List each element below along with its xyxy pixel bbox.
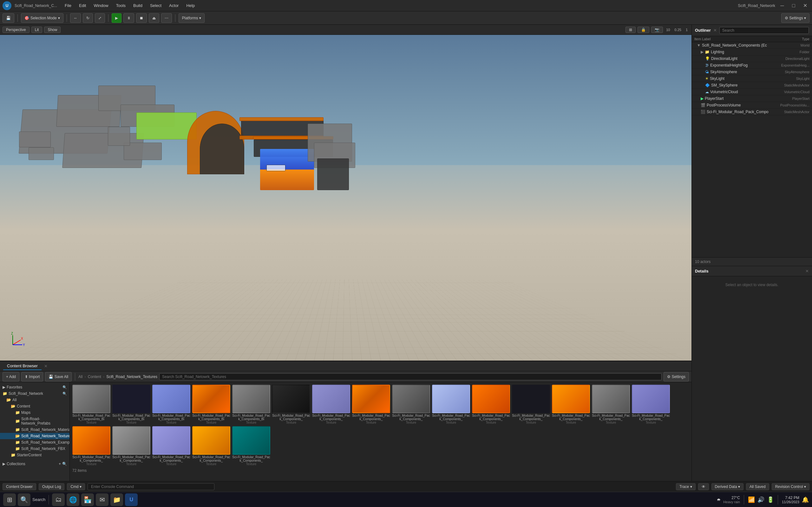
viewport-camera-btn[interactable]: 📷 xyxy=(651,26,663,33)
list-item[interactable]: Sci-Fi_Modular_Road_Pack_Components_ Tex… xyxy=(152,426,190,466)
list-item[interactable]: Sci-Fi_Modular_Road_Pack_Components_ Tex… xyxy=(192,426,230,466)
table-row[interactable]: ☀ SkyLight SkyLight xyxy=(692,75,812,82)
pause-button[interactable]: ⏸ xyxy=(123,13,134,23)
save-button[interactable]: 💾 xyxy=(3,13,14,23)
collections-section[interactable]: ▶ Collections + 🔍 xyxy=(0,461,69,467)
taskbar-mail[interactable]: ✉ xyxy=(96,493,108,506)
taskbar-files[interactable]: 📁 xyxy=(110,493,123,506)
play-button[interactable]: ▶ xyxy=(112,13,121,23)
table-row[interactable]: ☁ VolumetricCloud VolumetricCloud xyxy=(692,89,812,95)
derived-data-button[interactable]: Derived Data ▾ xyxy=(711,483,744,490)
minimize-button[interactable]: ─ xyxy=(778,1,786,10)
list-item[interactable]: Sci-Fi_Modular_Road_Pack_Components_Bi T… xyxy=(72,385,110,424)
content-drawer-button[interactable]: Content Drawer xyxy=(3,483,36,490)
textures-folder[interactable]: 📂 Scifi_Road_Netowrk_Textures xyxy=(0,433,69,439)
taskbar-ue[interactable]: U xyxy=(125,493,138,506)
perspective-button[interactable]: Perspective xyxy=(3,26,30,33)
list-item[interactable]: Sci-Fi_Modular_Road_Pack_Components_Bi T… xyxy=(192,385,230,424)
favorites-search-icon[interactable]: 🔍 xyxy=(62,385,67,389)
list-item[interactable]: Sci-Fi_Modular_Road_Pack_Components_ Tex… xyxy=(392,385,430,424)
starter-folder[interactable]: 📁 StarterContent xyxy=(0,452,69,458)
start-button[interactable]: ⊞ xyxy=(3,493,16,506)
network-icon[interactable]: 📶 xyxy=(748,496,755,503)
scale-btn[interactable]: ⤢ xyxy=(95,13,105,23)
example-folder[interactable]: 📁 Scifi_Road_Network_Example_FB xyxy=(0,439,69,446)
trace-button[interactable]: Trace ▾ xyxy=(676,483,696,490)
console-command-input[interactable] xyxy=(88,483,214,490)
taskbar-search[interactable]: 🔍 xyxy=(18,493,31,506)
details-close[interactable]: ✕ xyxy=(805,269,809,274)
transform-btn[interactable]: ↔ xyxy=(70,13,81,23)
table-row[interactable]: 💡 DirectionalLight DirectionalLight xyxy=(692,55,812,62)
list-item[interactable]: Sci-Fi_Modular_Road_Pack_Components_ Tex… xyxy=(72,426,110,466)
maximize-button[interactable]: □ xyxy=(789,1,798,10)
battery-icon[interactable]: 🔋 xyxy=(767,496,774,503)
menu-file[interactable]: File xyxy=(61,2,75,9)
eject-button[interactable]: ⏏ xyxy=(149,13,159,23)
content-browser-close[interactable]: ✕ xyxy=(44,364,48,369)
clock[interactable]: 7:42 PM 11/26/2023 xyxy=(782,496,799,504)
lit-button[interactable]: Lit xyxy=(32,26,43,33)
taskbar-widgets[interactable]: 🗂 xyxy=(52,493,65,506)
list-item[interactable]: Sci-Fi_Modular_Road_Pack_Components_ Tex… xyxy=(472,385,510,424)
menu-actor[interactable]: Actor xyxy=(165,2,183,9)
output-log-button[interactable]: Output Log xyxy=(39,483,64,490)
stop-button[interactable]: ⏹ xyxy=(136,13,147,23)
list-item[interactable]: Sci-Fi_Modular_Road_Pack_Components_Bi T… xyxy=(112,385,150,424)
table-row[interactable]: ▼ Scifi_Road_Network_Components (Ec Worl… xyxy=(692,42,812,49)
list-item[interactable]: Sci-Fi_Modular_Road_Pack_Components_ Tex… xyxy=(592,385,630,424)
viewport-snap-btn[interactable]: 🔒 xyxy=(638,26,649,33)
cmd-selector[interactable]: Cmd ▾ xyxy=(67,483,85,490)
breadcrumb-all[interactable]: All xyxy=(78,375,83,379)
table-row[interactable]: 🌤 SkyAtmosphere SkyAtmosphere xyxy=(692,69,812,75)
collections-add-icon[interactable]: + xyxy=(59,462,61,466)
mode-selector[interactable]: 🎯 Selection Mode ▾ xyxy=(21,13,63,23)
settings-button[interactable]: ⚙ Settings ▾ xyxy=(781,13,809,23)
collections-search-icon[interactable]: 🔍 xyxy=(62,462,67,466)
list-item[interactable]: Sci-Fi_Modular_Road_Pack_Components_ Tex… xyxy=(552,385,590,424)
maps-folder[interactable]: 📁 Maps xyxy=(0,409,69,416)
fbx-folder[interactable]: 📁 Scifi_Road_Network_FBX xyxy=(0,446,69,452)
notification-icon[interactable]: 🔔 xyxy=(802,496,809,503)
menu-tools[interactable]: Tools xyxy=(112,2,130,9)
project-section[interactable]: 📁 Scifi_Road_Network 🔍 xyxy=(0,390,69,397)
content-browser-search[interactable] xyxy=(159,373,662,380)
list-item[interactable]: Sci-Fi_Modular_Road_Pack_Components_ Tex… xyxy=(312,385,350,424)
import-button[interactable]: ⬆ Import xyxy=(21,372,43,382)
table-row[interactable]: ▶ 📁 Lighting Folder xyxy=(692,49,812,55)
menu-build[interactable]: Build xyxy=(130,2,146,9)
table-row[interactable]: ⬛ Sci-Fi_Modular_Road_Pack_Compo StaticM… xyxy=(692,109,812,115)
table-row[interactable]: 🎬 PostProcessVolume PostProcessVolu... xyxy=(692,102,812,109)
list-item[interactable]: Sci-Fi_Modular_Road_Pack_Components_ Tex… xyxy=(632,385,670,424)
revision-control-button[interactable]: Revision Control ▾ xyxy=(772,483,809,490)
project-search-icon[interactable]: 🔍 xyxy=(62,392,67,396)
viewport-grid-btn[interactable]: ⊞ xyxy=(625,26,636,33)
list-item[interactable]: Sci-Fi_Modular_Road_Pack_Components_ Tex… xyxy=(352,385,390,424)
taskbar-browser[interactable]: 🌐 xyxy=(67,493,79,506)
list-item[interactable]: Sci-Fi_Modular_Road_Pack_Components_ Tex… xyxy=(272,385,310,424)
content-browser-tab[interactable]: Content Browser xyxy=(3,362,42,370)
list-item[interactable]: Sci-Fi_Modular_Road_Pack_Components_ Tex… xyxy=(232,426,270,466)
eye-icon-btn[interactable]: 👁 xyxy=(698,483,709,490)
close-button[interactable]: ✕ xyxy=(801,1,809,10)
cb-settings-button[interactable]: ⚙ Settings xyxy=(664,372,689,382)
show-button[interactable]: Show xyxy=(44,26,61,33)
prefabs-folder[interactable]: 📁 Scifi-Road-Network_Prefabs xyxy=(0,416,69,427)
menu-help[interactable]: Help xyxy=(183,2,199,9)
add-button[interactable]: + Add xyxy=(3,372,19,382)
menu-select[interactable]: Select xyxy=(146,2,165,9)
favorites-section[interactable]: ▶ Favorites 🔍 xyxy=(0,384,69,390)
table-row[interactable]: ▶ PlayerStart PlayerStart xyxy=(692,95,812,102)
all-saved-button[interactable]: All Saved xyxy=(746,483,769,490)
rotate-btn[interactable]: ↻ xyxy=(83,13,93,23)
content-folder[interactable]: 📂 Content xyxy=(0,403,69,409)
taskbar-store[interactable]: 🏪 xyxy=(81,493,94,506)
list-item[interactable]: Sci-Fi_Modular_Road_Pack_Components_Bi T… xyxy=(232,385,270,424)
materials-folder[interactable]: 📁 Scifi_Road_Network_Materials xyxy=(0,427,69,433)
table-row[interactable]: 🔷 SM_SkySphere StaticMeshActor xyxy=(692,82,812,89)
table-row[interactable]: 🌫 ExponentialHeightFog ExponentialHeig..… xyxy=(692,62,812,69)
volume-icon[interactable]: 🔊 xyxy=(757,496,764,503)
more-options-button[interactable]: ⋯ xyxy=(161,13,172,23)
menu-edit[interactable]: Edit xyxy=(75,2,90,9)
menu-window[interactable]: Window xyxy=(90,2,112,9)
